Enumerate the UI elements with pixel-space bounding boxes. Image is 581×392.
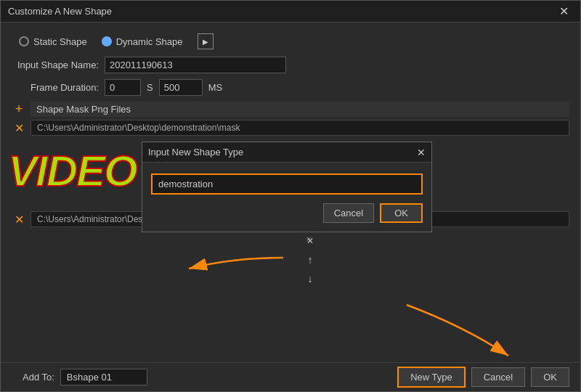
seconds-unit: S <box>147 82 153 93</box>
main-title-bar: Customize A New Shape ✕ <box>1 1 580 23</box>
dynamic-radio-circle <box>102 36 112 46</box>
delete-x2-icon[interactable]: ✕✕ <box>302 233 318 249</box>
play-button[interactable]: ▶ <box>198 33 214 49</box>
bottom-cancel-button[interactable]: Cancel <box>471 367 525 387</box>
dialog-ok-button[interactable]: OK <box>380 203 423 223</box>
remove-mask-icon[interactable]: ✕ <box>12 121 26 135</box>
dialog-title-bar: Input New Shape Type ✕ <box>142 142 431 163</box>
static-shape-label: Static Shape <box>33 36 87 47</box>
input-shape-name-row: Input Shape Name: <box>12 57 569 73</box>
main-window-title: Customize A New Shape <box>8 6 112 17</box>
dialog-buttons: Cancel OK <box>151 203 423 223</box>
input-shape-type-dialog: Input New Shape Type ✕ Cancel OK <box>142 142 432 232</box>
mask-files-header-row: + Shape Mask Png Files <box>12 102 569 117</box>
shape-type-row: Static Shape Dynamic Shape ▶ <box>12 33 569 49</box>
dialog-title: Input New Shape Type <box>148 147 243 158</box>
dialog-close-button[interactable]: ✕ <box>417 147 426 158</box>
input-shape-name-field[interactable] <box>105 57 286 73</box>
frame-duration-label: Frame Duration: <box>12 82 99 93</box>
controls-section: ✕✕ ↑ ↓ <box>12 233 569 287</box>
ms-input[interactable] <box>159 79 203 96</box>
input-shape-name-label: Input Shape Name: <box>12 60 99 70</box>
mask-files-header: Shape Mask Png Files <box>31 102 569 117</box>
bottom-bar: Add To: New Type Cancel OK <box>1 362 580 391</box>
new-type-button[interactable]: New Type <box>397 367 466 388</box>
move-down-button[interactable]: ↓ <box>302 271 318 287</box>
dialog-body: Cancel OK <box>142 163 431 232</box>
bottom-ok-button[interactable]: OK <box>531 367 569 387</box>
dynamic-shape-radio[interactable]: Dynamic Shape <box>102 36 183 47</box>
mask-path-row: ✕ C:\Users\Administrator\Desktop\demonst… <box>12 120 569 136</box>
static-radio-circle <box>19 36 29 46</box>
remove-edge-icon[interactable]: ✕ <box>12 213 26 226</box>
add-mask-icon[interactable]: + <box>12 102 26 117</box>
seconds-input[interactable] <box>105 79 141 96</box>
add-to-label: Add To: <box>23 372 54 383</box>
move-up-button[interactable]: ↑ <box>302 252 318 268</box>
ms-unit: MS <box>208 82 223 93</box>
main-close-button[interactable]: ✕ <box>555 3 573 20</box>
shape-type-input[interactable] <box>151 173 423 195</box>
add-to-input[interactable] <box>60 369 147 385</box>
mask-file-path: C:\Users\Administrator\Desktop\demonstra… <box>31 120 569 136</box>
dialog-cancel-button[interactable]: Cancel <box>323 203 374 223</box>
frame-duration-row: Frame Duration: S MS <box>12 79 569 96</box>
delete-row: ✕✕ <box>302 233 318 249</box>
add-to-section: Add To: <box>12 369 391 385</box>
static-shape-radio[interactable]: Static Shape <box>19 36 87 47</box>
dynamic-shape-label: Dynamic Shape <box>116 36 183 47</box>
